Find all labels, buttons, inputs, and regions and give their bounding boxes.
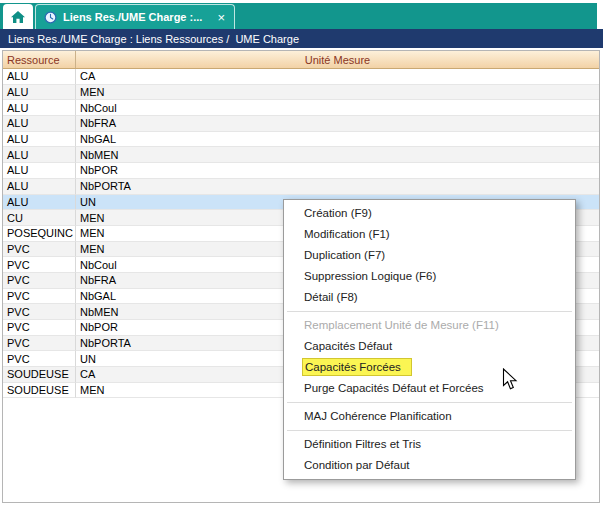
cell-ressource: PVC [3, 320, 76, 336]
cell-ressource: ALU [3, 132, 76, 148]
cell-ressource: ALU [3, 100, 76, 116]
table-row[interactable]: ALUNbMEN [3, 147, 599, 163]
cell-unite-mesure: NbPORTA [76, 179, 599, 195]
home-icon [10, 10, 26, 24]
cell-ressource: PVC [3, 289, 76, 305]
cell-ressource: ALU [3, 179, 76, 195]
menu-item[interactable]: Capacités Défaut [284, 336, 575, 357]
menu-item[interactable]: Condition par Défaut [284, 455, 575, 476]
table-row[interactable]: ALUNbPORTA [3, 179, 599, 195]
menu-item-label: Capacités Forcées [302, 358, 412, 376]
menu-separator [287, 430, 572, 431]
table-row[interactable]: ALUNbPOR [3, 163, 599, 179]
cell-ressource: ALU [3, 195, 76, 211]
menu-item-label: Modification (F1) [304, 228, 390, 240]
menu-separator [287, 311, 572, 312]
menu-item-label: Condition par Défaut [304, 459, 409, 471]
menu-item[interactable]: Détail (F8) [284, 287, 575, 308]
table-header: Ressource Unité Mesure [3, 51, 599, 69]
cell-ressource: PVC [3, 336, 76, 352]
table-row[interactable]: ALUCA [3, 69, 599, 85]
menu-item-label: Duplication (F7) [304, 249, 385, 261]
context-menu: Création (F9)Modification (F1)Duplicatio… [283, 199, 576, 480]
cell-unite-mesure: NbFRA [76, 116, 599, 132]
menu-item-label: Détail (F8) [304, 291, 358, 303]
cell-ressource: PVC [3, 351, 76, 367]
table-row[interactable]: ALUNbFRA [3, 116, 599, 132]
menu-item: Remplacement Unité de Mesure (F11) [284, 315, 575, 336]
cell-ressource: SOUDEUSE [3, 383, 76, 399]
cell-unite-mesure: CA [76, 69, 599, 85]
cell-ressource: ALU [3, 116, 76, 132]
cell-ressource: PVC [3, 304, 76, 320]
menu-item-label: Définition Filtres et Tris [304, 438, 421, 450]
tab-label: Liens Res./UME Charge :... [63, 11, 210, 23]
home-tab[interactable] [3, 4, 33, 29]
menu-item[interactable]: Suppression Logique (F6) [284, 266, 575, 287]
cell-unite-mesure: NbCoul [76, 100, 599, 116]
cell-unite-mesure: NbPOR [76, 163, 599, 179]
menu-item-label: Remplacement Unité de Mesure (F11) [304, 319, 499, 331]
cell-unite-mesure: NbGAL [76, 132, 599, 148]
menu-item-label: Création (F9) [304, 207, 372, 219]
menu-item-label: Capacités Défaut [304, 340, 392, 352]
menu-item[interactable]: Création (F9) [284, 203, 575, 224]
cell-ressource: CU [3, 210, 76, 226]
cell-ressource: ALU [3, 163, 76, 179]
table-row[interactable]: ALUNbGAL [3, 132, 599, 148]
tab-liens-res-ume-charge[interactable]: Liens Res./UME Charge :... × [35, 4, 235, 29]
cell-ressource: ALU [3, 69, 76, 85]
menu-item[interactable]: Modification (F1) [284, 224, 575, 245]
cell-ressource: PVC [3, 242, 76, 258]
menu-item[interactable]: Définition Filtres et Tris [284, 434, 575, 455]
menu-item[interactable]: Purge Capacités Défaut et Forcées [284, 378, 575, 399]
close-icon[interactable]: × [216, 11, 226, 24]
cell-ressource: ALU [3, 147, 76, 163]
column-header-ressource[interactable]: Ressource [3, 51, 76, 68]
column-header-unite-mesure[interactable]: Unité Mesure [76, 51, 599, 68]
cell-ressource: PVC [3, 257, 76, 273]
cell-unite-mesure: NbMEN [76, 147, 599, 163]
menu-separator [287, 402, 572, 403]
breadcrumb: Liens Res./UME Charge : Liens Ressources… [0, 29, 603, 48]
table-row[interactable]: ALUNbCoul [3, 100, 599, 116]
table-row[interactable]: ALUMEN [3, 85, 599, 101]
cell-ressource: ALU [3, 85, 76, 101]
clock-icon [44, 11, 57, 24]
menu-item[interactable]: Capacités Forcées [284, 357, 575, 378]
tab-bar: Liens Res./UME Charge :... × [0, 3, 597, 29]
cell-unite-mesure: MEN [76, 85, 599, 101]
breadcrumb-text: Liens Res./UME Charge : Liens Ressources… [8, 33, 299, 45]
cell-ressource: SOUDEUSE [3, 367, 76, 383]
menu-item-label: Suppression Logique (F6) [304, 270, 436, 282]
menu-item-label: MAJ Cohérence Planification [304, 410, 452, 422]
cell-ressource: POSEQUINC [3, 226, 76, 242]
cell-ressource: PVC [3, 273, 76, 289]
menu-item[interactable]: MAJ Cohérence Planification [284, 406, 575, 427]
menu-item-label: Purge Capacités Défaut et Forcées [304, 382, 484, 394]
menu-item[interactable]: Duplication (F7) [284, 245, 575, 266]
